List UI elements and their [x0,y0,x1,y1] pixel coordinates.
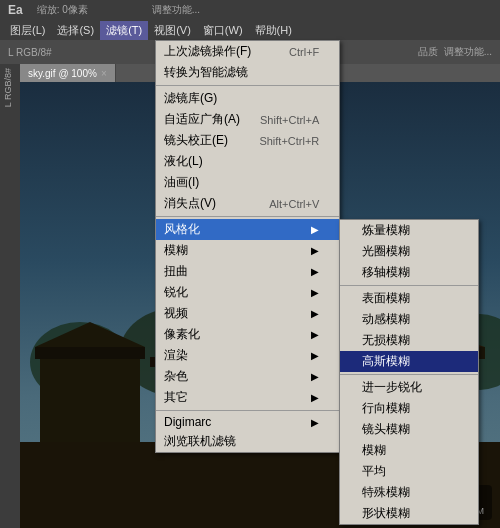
menubar-item-help[interactable]: 帮助(H) [249,21,298,40]
arrow-icon-video: ▶ [311,308,319,319]
submenu-radial-blur[interactable]: 行向模糊 [340,398,478,419]
toolbar: Ea 缩放: 0像素 调整功能... [0,0,500,20]
arrow-icon-noise: ▶ [311,371,319,382]
arrow-icon-digimarc: ▶ [311,417,319,428]
submenu-shape-blur[interactable]: 形状模糊 [340,503,478,524]
menu-stylize[interactable]: 风格化 ▶ 炼量模糊 光圈模糊 移轴模糊 表面模糊 [156,219,339,240]
submenu-field-blur[interactable]: 炼量模糊 [340,220,478,241]
menu-noise[interactable]: 杂色 ▶ [156,366,339,387]
blur-submenu: 炼量模糊 光圈模糊 移轴模糊 表面模糊 动感模糊 无损模糊 [339,219,479,525]
menu-distort[interactable]: 扭曲 ▶ [156,261,339,282]
menu-online-filters[interactable]: 浏览联机滤镜 [156,431,339,452]
arrow-icon-render: ▶ [311,350,319,361]
menu-blur[interactable]: 模糊 ▶ [156,240,339,261]
menu-digimarc[interactable]: Digimarc ▶ [156,413,339,431]
arrow-icon-other: ▶ [311,392,319,403]
tab-close-icon[interactable]: × [101,68,107,79]
quality-label: 品质 [418,45,438,59]
menubar-item-select[interactable]: 选择(S) [51,21,100,40]
submenu-blur[interactable]: 模糊 [340,440,478,461]
menu-liquify[interactable]: 液化(L) [156,151,339,172]
menu-convert-smart[interactable]: 转换为智能滤镜 [156,62,339,83]
menu-vanishing-point[interactable]: 消失点(V) Alt+Ctrl+V [156,193,339,214]
canvas-mode-text: L RGB/8# [0,64,16,111]
arrow-icon-pixelate: ▶ [311,329,319,340]
adjust-label: 调整功能... [152,3,200,17]
menubar-item-view[interactable]: 视图(V) [148,21,197,40]
submenu-lens-blur[interactable]: 镜头模糊 [340,419,478,440]
submenu-lossless-blur[interactable]: 无损模糊 [340,330,478,351]
canvas-info-sidebar: L RGB/8# [0,64,20,528]
menu-other[interactable]: 其它 ▶ [156,387,339,408]
menu-pixelate[interactable]: 像素化 ▶ [156,324,339,345]
menu-last-filter[interactable]: 上次滤镜操作(F) Ctrl+F [156,41,339,62]
filter-dropdown-menu: 上次滤镜操作(F) Ctrl+F 转换为智能滤镜 滤镜库(G) 自适应广角(A)… [155,40,340,453]
separator-1 [156,85,339,86]
menu-filter-gallery[interactable]: 滤镜库(G) [156,88,339,109]
zoom-label: 缩放: 0像素 [37,3,88,17]
menubar-item-layer[interactable]: 图层(L) [4,21,51,40]
separator-2 [156,216,339,217]
submenu-smart-blur[interactable]: 特殊模糊 [340,482,478,503]
menu-adaptive-wide[interactable]: 自适应广角(A) Shift+Ctrl+A [156,109,339,130]
submenu-average[interactable]: 平均 [340,461,478,482]
toolbar-left: Ea 缩放: 0像素 调整功能... [0,3,208,17]
mode-label: L RGB/8# [8,47,52,58]
menubar-item-filter[interactable]: 滤镜(T) [100,21,148,40]
menu-render[interactable]: 渲染 ▶ [156,345,339,366]
arrow-icon: ▶ [311,224,319,235]
tab-label: sky.gif @ 100% [28,68,97,79]
sub-sep-1 [340,285,478,286]
submenu-motion-blur[interactable]: 动感模糊 [340,309,478,330]
menu-video[interactable]: 视频 ▶ [156,303,339,324]
adjust-label2: 调整功能... [444,45,492,59]
arrow-icon-blur: ▶ [311,245,319,256]
separator-3 [156,410,339,411]
submenu-iris-blur[interactable]: 光圈模糊 [340,241,478,262]
submenu-further-sharpen[interactable]: 进一步锐化 [340,377,478,398]
sub-sep-2 [340,374,478,375]
menu-lens-correction[interactable]: 镜头校正(E) Shift+Ctrl+R [156,130,339,151]
submenu-gaussian-blur[interactable]: 高斯模糊 [340,351,478,372]
menu-oil-paint[interactable]: 油画(I) [156,172,339,193]
arrow-icon-sharpen: ▶ [311,287,319,298]
arrow-icon-distort: ▶ [311,266,319,277]
ea-label: Ea [8,3,23,17]
menubar-item-window[interactable]: 窗口(W) [197,21,249,40]
menubar: 图层(L) 选择(S) 滤镜(T) 视图(V) 窗口(W) 帮助(H) [0,20,500,40]
submenu-tilt-shift[interactable]: 移轴模糊 [340,262,478,283]
tab-sky[interactable]: sky.gif @ 100% × [20,64,116,82]
submenu-surface-blur[interactable]: 表面模糊 [340,288,478,309]
menu-sharpen[interactable]: 锐化 ▶ [156,282,339,303]
